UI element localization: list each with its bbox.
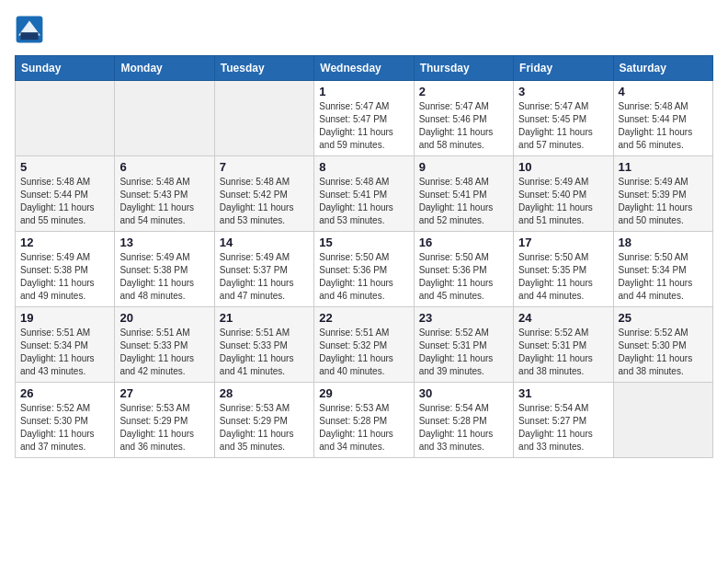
day-number: 16: [419, 236, 508, 249]
day-info: Sunrise: 5:51 AMSunset: 5:33 PMDaylight:…: [119, 327, 209, 378]
svg-rect-2: [20, 32, 38, 40]
day-number: 9: [419, 160, 508, 174]
calendar-cell: 30Sunrise: 5:54 AMSunset: 5:28 PMDayligh…: [414, 383, 513, 458]
calendar-cell: 26Sunrise: 5:52 AMSunset: 5:30 PMDayligh…: [16, 383, 115, 458]
day-number: 20: [119, 311, 209, 325]
calendar-cell: 17Sunrise: 5:50 AMSunset: 5:35 PMDayligh…: [514, 232, 613, 307]
calendar-cell: 13Sunrise: 5:49 AMSunset: 5:38 PMDayligh…: [115, 232, 214, 307]
day-number: 11: [619, 160, 708, 174]
header-row: SundayMondayTuesdayWednesdayThursdayFrid…: [16, 56, 713, 81]
calendar-cell: [115, 81, 214, 156]
header-day: Wednesday: [314, 56, 414, 81]
calendar-cell: 19Sunrise: 5:51 AMSunset: 5:34 PMDayligh…: [16, 307, 115, 383]
day-number: 13: [119, 236, 209, 249]
day-number: 30: [419, 386, 508, 400]
header-day: Tuesday: [214, 56, 313, 81]
day-number: 31: [518, 386, 608, 400]
calendar-cell: 14Sunrise: 5:49 AMSunset: 5:37 PMDayligh…: [214, 232, 313, 307]
calendar-cell: 20Sunrise: 5:51 AMSunset: 5:33 PMDayligh…: [115, 307, 214, 383]
day-info: Sunrise: 5:51 AMSunset: 5:32 PMDaylight:…: [319, 327, 408, 378]
day-info: Sunrise: 5:53 AMSunset: 5:29 PMDaylight:…: [119, 402, 209, 454]
logo-icon: [15, 15, 44, 44]
day-number: 23: [419, 311, 508, 325]
day-info: Sunrise: 5:48 AMSunset: 5:43 PMDaylight:…: [119, 176, 209, 227]
calendar-week: 26Sunrise: 5:52 AMSunset: 5:30 PMDayligh…: [16, 383, 713, 458]
day-number: 28: [220, 386, 309, 400]
day-number: 7: [220, 160, 309, 174]
calendar-cell: [613, 383, 712, 458]
day-number: 29: [319, 386, 408, 400]
day-number: 25: [619, 311, 708, 325]
day-info: Sunrise: 5:53 AMSunset: 5:29 PMDaylight:…: [220, 402, 309, 454]
day-number: 17: [518, 236, 608, 249]
day-info: Sunrise: 5:48 AMSunset: 5:44 PMDaylight:…: [20, 176, 109, 227]
calendar-cell: 29Sunrise: 5:53 AMSunset: 5:28 PMDayligh…: [314, 383, 414, 458]
calendar-cell: 6Sunrise: 5:48 AMSunset: 5:43 PMDaylight…: [115, 156, 214, 232]
page-header: [15, 15, 713, 44]
day-number: 26: [20, 386, 109, 400]
day-number: 22: [319, 311, 408, 325]
day-info: Sunrise: 5:54 AMSunset: 5:28 PMDaylight:…: [419, 402, 508, 454]
calendar-cell: 24Sunrise: 5:52 AMSunset: 5:31 PMDayligh…: [514, 307, 613, 383]
calendar-cell: 11Sunrise: 5:49 AMSunset: 5:39 PMDayligh…: [613, 156, 712, 232]
calendar-table: SundayMondayTuesdayWednesdayThursdayFrid…: [15, 55, 713, 458]
day-info: Sunrise: 5:52 AMSunset: 5:30 PMDaylight:…: [20, 402, 109, 454]
calendar-cell: [214, 81, 313, 156]
day-number: 18: [619, 236, 708, 249]
header-day: Sunday: [16, 56, 115, 81]
day-info: Sunrise: 5:51 AMSunset: 5:33 PMDaylight:…: [220, 327, 309, 378]
day-info: Sunrise: 5:49 AMSunset: 5:40 PMDaylight:…: [518, 176, 608, 227]
calendar-cell: 7Sunrise: 5:48 AMSunset: 5:42 PMDaylight…: [214, 156, 313, 232]
day-info: Sunrise: 5:49 AMSunset: 5:38 PMDaylight:…: [20, 251, 109, 303]
calendar-cell: 2Sunrise: 5:47 AMSunset: 5:46 PMDaylight…: [414, 81, 513, 156]
calendar-cell: 23Sunrise: 5:52 AMSunset: 5:31 PMDayligh…: [414, 307, 513, 383]
header-day: Monday: [115, 56, 214, 81]
day-number: 1: [319, 85, 408, 98]
day-info: Sunrise: 5:54 AMSunset: 5:27 PMDaylight:…: [518, 402, 608, 454]
day-number: 19: [20, 311, 109, 325]
header-day: Saturday: [613, 56, 712, 81]
day-number: 8: [319, 160, 408, 174]
calendar-cell: 18Sunrise: 5:50 AMSunset: 5:34 PMDayligh…: [613, 232, 712, 307]
calendar-cell: 22Sunrise: 5:51 AMSunset: 5:32 PMDayligh…: [314, 307, 414, 383]
header-day: Thursday: [414, 56, 513, 81]
calendar-week: 5Sunrise: 5:48 AMSunset: 5:44 PMDaylight…: [16, 156, 713, 232]
day-info: Sunrise: 5:51 AMSunset: 5:34 PMDaylight:…: [20, 327, 109, 378]
day-number: 3: [518, 85, 608, 98]
calendar-cell: 21Sunrise: 5:51 AMSunset: 5:33 PMDayligh…: [214, 307, 313, 383]
calendar-cell: 27Sunrise: 5:53 AMSunset: 5:29 PMDayligh…: [115, 383, 214, 458]
day-info: Sunrise: 5:47 AMSunset: 5:46 PMDaylight:…: [419, 100, 508, 152]
day-info: Sunrise: 5:48 AMSunset: 5:41 PMDaylight:…: [319, 176, 408, 227]
day-number: 15: [319, 236, 408, 249]
day-info: Sunrise: 5:52 AMSunset: 5:31 PMDaylight:…: [518, 327, 608, 378]
day-number: 14: [220, 236, 309, 249]
calendar-cell: 4Sunrise: 5:48 AMSunset: 5:44 PMDaylight…: [613, 81, 712, 156]
calendar-cell: 10Sunrise: 5:49 AMSunset: 5:40 PMDayligh…: [514, 156, 613, 232]
day-info: Sunrise: 5:48 AMSunset: 5:42 PMDaylight:…: [220, 176, 309, 227]
calendar-body: 1Sunrise: 5:47 AMSunset: 5:47 PMDaylight…: [16, 81, 713, 458]
day-number: 2: [419, 85, 508, 98]
calendar-cell: 9Sunrise: 5:48 AMSunset: 5:41 PMDaylight…: [414, 156, 513, 232]
day-info: Sunrise: 5:49 AMSunset: 5:39 PMDaylight:…: [619, 176, 708, 227]
day-info: Sunrise: 5:48 AMSunset: 5:41 PMDaylight:…: [419, 176, 508, 227]
day-info: Sunrise: 5:50 AMSunset: 5:36 PMDaylight:…: [319, 251, 408, 303]
calendar-cell: 12Sunrise: 5:49 AMSunset: 5:38 PMDayligh…: [16, 232, 115, 307]
day-number: 27: [119, 386, 209, 400]
calendar-week: 12Sunrise: 5:49 AMSunset: 5:38 PMDayligh…: [16, 232, 713, 307]
calendar-cell: 16Sunrise: 5:50 AMSunset: 5:36 PMDayligh…: [414, 232, 513, 307]
day-info: Sunrise: 5:49 AMSunset: 5:38 PMDaylight:…: [119, 251, 209, 303]
day-number: 10: [518, 160, 608, 174]
day-info: Sunrise: 5:49 AMSunset: 5:37 PMDaylight:…: [220, 251, 309, 303]
calendar-cell: 25Sunrise: 5:52 AMSunset: 5:30 PMDayligh…: [613, 307, 712, 383]
header-day: Friday: [514, 56, 613, 81]
day-info: Sunrise: 5:50 AMSunset: 5:36 PMDaylight:…: [419, 251, 508, 303]
calendar-cell: 8Sunrise: 5:48 AMSunset: 5:41 PMDaylight…: [314, 156, 414, 232]
calendar-cell: [16, 81, 115, 156]
calendar-week: 1Sunrise: 5:47 AMSunset: 5:47 PMDaylight…: [16, 81, 713, 156]
calendar-cell: 3Sunrise: 5:47 AMSunset: 5:45 PMDaylight…: [514, 81, 613, 156]
calendar-cell: 1Sunrise: 5:47 AMSunset: 5:47 PMDaylight…: [314, 81, 414, 156]
calendar-cell: 5Sunrise: 5:48 AMSunset: 5:44 PMDaylight…: [16, 156, 115, 232]
day-number: 12: [20, 236, 109, 249]
day-number: 21: [220, 311, 309, 325]
day-number: 5: [20, 160, 109, 174]
